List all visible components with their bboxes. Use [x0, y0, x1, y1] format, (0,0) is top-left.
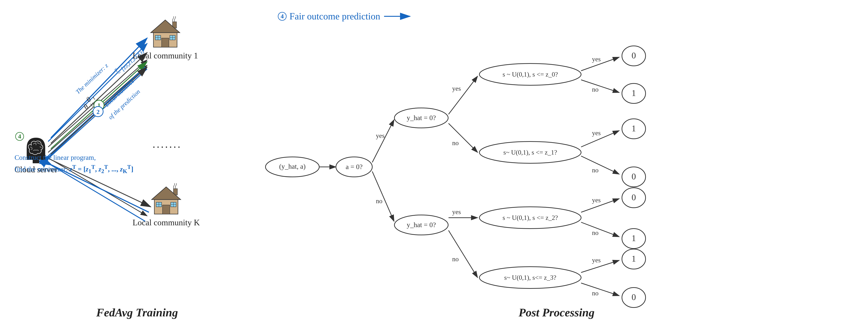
step3-circle: 4 — [15, 132, 24, 141]
fedavg-title: FedAvg Training — [96, 306, 178, 319]
svg-text:0: 0 — [631, 172, 636, 181]
post-processing-title: Post Processing — [519, 306, 594, 319]
svg-text:1: 1 — [631, 88, 636, 98]
svg-text:yes: yes — [592, 56, 601, 63]
house-1: Local community 1 — [132, 16, 198, 60]
dots: ....... — [153, 138, 182, 151]
house-k: Local community K — [132, 183, 200, 227]
house-k-icon — [148, 183, 184, 216]
svg-text:1: 1 — [631, 233, 636, 243]
svg-text:yes: yes — [452, 208, 461, 216]
svg-line-67 — [372, 171, 394, 221]
fair-outcome-label: Fair outcome prediction — [289, 11, 380, 22]
construct-line1: Construct the linear program, — [14, 153, 133, 163]
svg-line-69 — [448, 76, 477, 114]
svg-text:0: 0 — [631, 51, 636, 60]
svg-text:s ~ U(0,1), s <= z_2?: s ~ U(0,1), s <= z_2? — [502, 214, 558, 221]
construct-text: Construct the linear program, find the m… — [14, 153, 133, 175]
decision-tree-svg: y_hat_top --> yes y_hat_bot --> no s_z0 … — [260, 25, 832, 312]
svg-text:1: 1 — [631, 124, 636, 133]
svg-text:no: no — [452, 256, 459, 263]
svg-line-65 — [372, 120, 394, 162]
svg-line-91 — [581, 283, 619, 296]
house-k-label: Local community K — [132, 218, 200, 227]
svg-text:s ~ U(0,1), s <= z_0?: s ~ U(0,1), s <= z_0? — [502, 71, 558, 78]
svg-line-71 — [448, 123, 477, 153]
svg-text:no: no — [592, 290, 598, 297]
svg-line-83 — [581, 156, 619, 174]
left-panel: 1 2 The minimizer: z T = [z₀,z₁,z₂,z₃] θ… — [14, 11, 260, 319]
step3-container: 4 — [15, 132, 24, 141]
svg-text:no: no — [592, 86, 598, 93]
svg-rect-53 — [162, 205, 170, 214]
svg-text:2: 2 — [97, 108, 100, 115]
svg-line-87 — [581, 222, 619, 237]
svg-rect-43 — [162, 38, 169, 47]
svg-text:yes: yes — [592, 257, 601, 264]
fair-outcome-arrow — [383, 12, 412, 21]
svg-text:no: no — [592, 167, 598, 174]
svg-text:yes: yes — [376, 132, 384, 139]
svg-text:0: 0 — [631, 292, 636, 302]
svg-text:no: no — [376, 197, 382, 205]
svg-text:no: no — [592, 229, 598, 236]
svg-text:t: t — [91, 95, 96, 100]
svg-text:y_hat = 0?: y_hat = 0? — [407, 221, 436, 229]
house-1-label: Local community 1 — [132, 51, 198, 60]
svg-text:yes: yes — [452, 85, 461, 92]
svg-text:Local statistics: Local statistics — [103, 78, 135, 108]
svg-text:1: 1 — [631, 254, 636, 263]
svg-text:(y_hat, a): (y_hat, a) — [279, 163, 306, 170]
svg-text:yes: yes — [592, 129, 601, 137]
svg-text:no: no — [452, 139, 459, 146]
svg-text:The minimizer: z: The minimizer: z — [74, 62, 109, 95]
svg-line-75 — [448, 230, 477, 277]
right-panel: 4 Fair outcome prediction — [260, 11, 854, 319]
house-1-icon — [147, 16, 183, 49]
svg-text:y_hat = 0?: y_hat = 0? — [407, 114, 436, 122]
svg-text:0: 0 — [631, 193, 636, 202]
svg-text:s~ U(0,1), s <= z_1?: s~ U(0,1), s <= z_1? — [503, 149, 557, 156]
svg-text:a = 0?: a = 0? — [346, 163, 363, 170]
fair-outcome-header: 4 Fair outcome prediction — [278, 11, 412, 22]
step4-circle: 4 — [278, 12, 286, 21]
svg-text:yes: yes — [592, 196, 601, 204]
svg-text:s~ U(0,1), s<= z_3?: s~ U(0,1), s<= z_3? — [504, 274, 556, 281]
svg-line-79 — [581, 80, 619, 93]
construct-line2: find the minimizer: zT = [z1T, z2T, ...,… — [14, 163, 133, 175]
